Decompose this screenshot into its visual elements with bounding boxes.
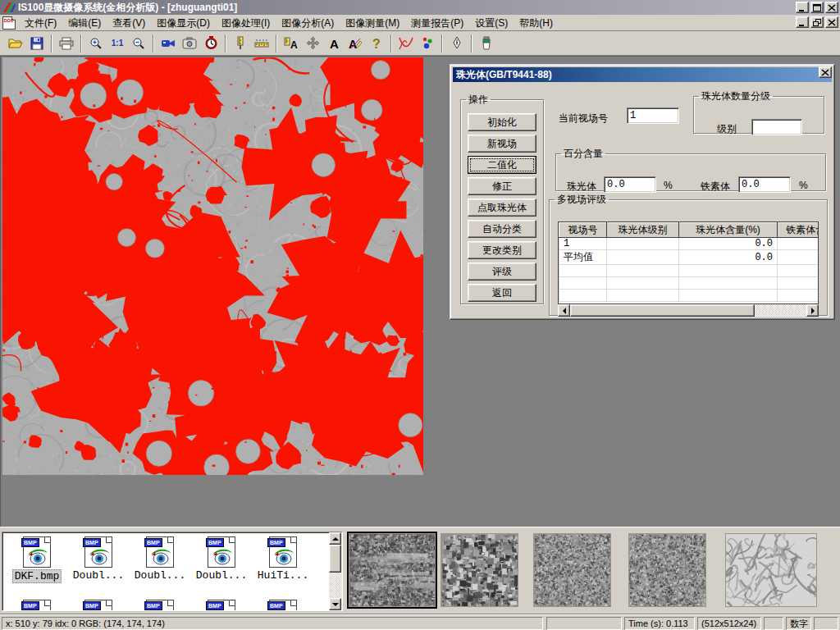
ferrite-percent-input[interactable]	[738, 176, 791, 193]
caliper-vertical-button[interactable]	[231, 34, 250, 53]
thumbnail-5[interactable]	[725, 533, 817, 607]
file-item-row2[interactable]: BMP	[192, 600, 251, 611]
open-button[interactable]	[6, 34, 25, 53]
help-button[interactable]: ?	[367, 34, 386, 53]
scroll-up-button[interactable]	[329, 532, 341, 545]
col-ferrite-content[interactable]: 铁素体含量(%)	[778, 223, 819, 238]
binarize-button[interactable]: 二值化	[468, 156, 536, 174]
menu-file[interactable]: 文件(F)	[19, 16, 62, 30]
table-row[interactable]: 10.0	[559, 238, 819, 250]
file-item-double1[interactable]: BMP Doubl...	[69, 536, 128, 582]
menu-settings[interactable]: 设置(S)	[469, 16, 514, 30]
app-logo-icon	[2, 2, 16, 13]
mdi-minimize-button[interactable]	[796, 16, 809, 28]
menu-image-analysis[interactable]: 图像分析(A)	[276, 16, 340, 30]
title-bar: IS100显微摄像系统(金相分析版) - [zhuguangti01]	[0, 0, 840, 15]
table-row[interactable]	[559, 290, 819, 302]
auto-classify-button[interactable]: 自动分类	[468, 220, 536, 238]
zoom-out-button[interactable]	[129, 34, 148, 53]
new-field-button[interactable]: 新视场	[468, 135, 536, 153]
file-item-dkf[interactable]: BMP DKF.bmp	[7, 536, 66, 583]
grading-legend: 珠光体数量分级	[699, 89, 773, 103]
change-class-button[interactable]: 更改类别	[468, 241, 536, 259]
mdi-close-button[interactable]	[825, 16, 838, 28]
scroll-right-button[interactable]	[806, 304, 819, 317]
menu-measure-report[interactable]: 测量报告(P)	[405, 16, 469, 30]
actual-size-button[interactable]: 1:1	[107, 34, 127, 53]
file-item-row2[interactable]: BMP	[253, 600, 313, 611]
return-button[interactable]: 返回	[468, 284, 536, 302]
col-field-number[interactable]: 视场号	[559, 223, 607, 238]
pen-button[interactable]	[447, 34, 467, 53]
table-row[interactable]	[559, 277, 819, 290]
bmp-file-icon: BMP	[208, 536, 235, 568]
print-button[interactable]	[57, 34, 76, 53]
menu-image-processing[interactable]: 图像处理(I)	[216, 16, 276, 30]
table-row[interactable]: 平均值0.0	[559, 250, 819, 265]
color-points-button[interactable]	[418, 34, 437, 53]
save-button[interactable]	[27, 34, 47, 53]
menu-edit[interactable]: 编辑(E)	[62, 16, 107, 30]
menu-image-display[interactable]: 图像显示(D)	[151, 16, 216, 30]
file-item-row2[interactable]: BMP	[130, 600, 189, 611]
status-bar: x: 510 y: 79 idx: 0 RGB: (174, 174, 174)…	[0, 614, 840, 630]
file-item-double2[interactable]: BMP Doubl...	[130, 536, 189, 582]
pick-pearlite-button[interactable]: 点取珠光体	[468, 199, 536, 217]
text-button[interactable]: A	[324, 34, 344, 53]
file-list-scrollbar[interactable]	[329, 532, 342, 610]
toolbar-separator	[153, 34, 154, 52]
minimize-button[interactable]	[796, 2, 809, 13]
file-item-huiti[interactable]: BMP HuiTi...	[253, 536, 313, 582]
table-horizontal-scrollbar[interactable]	[558, 304, 819, 317]
bmp-file-icon: BMP	[146, 536, 174, 568]
dialog-close-button[interactable]	[819, 66, 832, 78]
file-name: HuiTi...	[256, 569, 310, 582]
status-blank-1	[546, 617, 622, 630]
micrograph-image[interactable]	[2, 57, 423, 475]
video-camera-button[interactable]	[158, 34, 178, 53]
text-edit-button[interactable]: A	[345, 34, 365, 53]
zoom-in-button[interactable]	[86, 34, 106, 53]
caliper-horizontal-button[interactable]	[252, 34, 272, 53]
move-button[interactable]	[303, 34, 322, 53]
mdi-restore-button[interactable]	[810, 16, 824, 28]
measure-text-button[interactable]: A	[281, 34, 301, 53]
menu-view[interactable]: 查看(V)	[107, 16, 151, 30]
rate-button[interactable]: 评级	[468, 262, 536, 281]
timer-button[interactable]	[201, 34, 221, 53]
scrollbar-thumb[interactable]	[329, 545, 341, 573]
scrollbar-thumb[interactable]	[570, 304, 755, 317]
thumbnail-3[interactable]	[533, 533, 611, 607]
bmp-file-icon: BMP	[84, 536, 112, 568]
level-input[interactable]	[751, 119, 802, 135]
thumbnail-1[interactable]	[349, 533, 436, 607]
operations-group: 操作 初始化 新视场 二值化 修正 点取珠光体 自动分类 更改类别 评级 返回	[460, 93, 544, 304]
menu-help[interactable]: 帮助(H)	[514, 16, 559, 30]
capture-button[interactable]	[180, 34, 199, 53]
status-blank-3	[814, 617, 838, 630]
menu-image-measure[interactable]: 图像测量(M)	[340, 16, 405, 30]
file-item-double3[interactable]: BMP Doubl...	[192, 536, 251, 582]
file-item-row2[interactable]: BMP	[69, 600, 128, 611]
toolbar: 1:1 A A A ?	[0, 31, 840, 56]
table-row[interactable]	[559, 265, 819, 277]
scroll-left-button[interactable]	[558, 304, 570, 317]
file-name: Doubl...	[71, 569, 126, 582]
curve-button[interactable]	[396, 34, 416, 53]
brush-button[interactable]	[477, 34, 496, 53]
init-button[interactable]: 初始化	[468, 113, 536, 131]
col-pearlite-content[interactable]: 珠光体含量(%)	[679, 223, 778, 238]
close-button[interactable]	[825, 2, 838, 13]
scroll-down-button[interactable]	[329, 598, 341, 610]
ferrite-label: 铁素体	[701, 180, 730, 194]
pearlite-label: 珠光体	[567, 180, 596, 194]
pearlite-percent-input[interactable]	[604, 176, 656, 193]
file-item-row2[interactable]: BMP	[7, 600, 66, 611]
current-field-input[interactable]	[627, 107, 679, 124]
maximize-button[interactable]	[810, 2, 824, 13]
correct-button[interactable]: 修正	[468, 177, 536, 195]
thumbnail-2[interactable]	[441, 533, 518, 607]
col-pearlite-level[interactable]: 珠光体级别	[607, 223, 679, 238]
thumbnail-4[interactable]	[628, 533, 706, 607]
document-icon[interactable]: DOC	[2, 16, 16, 30]
